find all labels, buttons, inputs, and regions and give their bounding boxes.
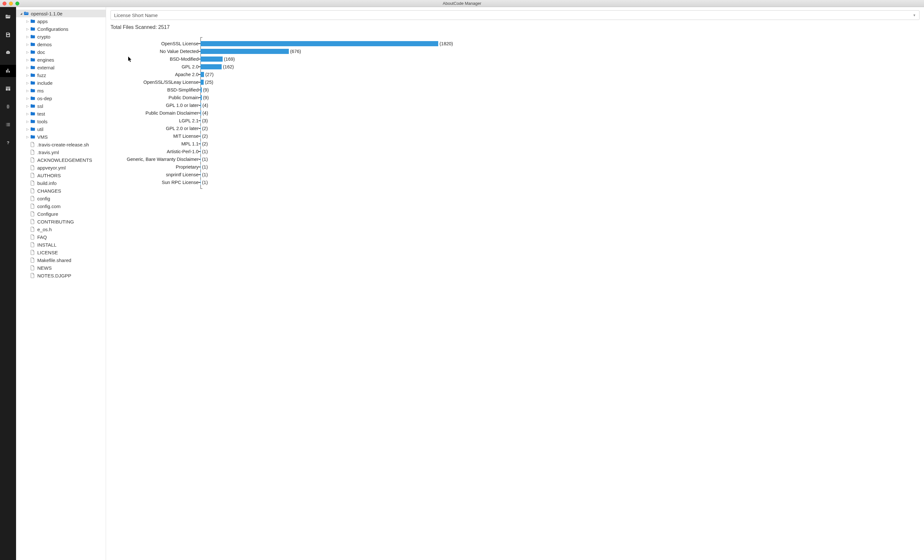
tree-folder-item[interactable]: ▷VMS (16, 133, 106, 141)
tree-folder-item[interactable]: ▷test (16, 110, 106, 118)
tree-toggle-icon[interactable]: ▷ (26, 81, 30, 85)
tree-item-label: ms (37, 88, 44, 93)
file-icon (30, 173, 35, 178)
tree-file-item[interactable]: FAQ (16, 233, 106, 241)
tree-file-item[interactable]: .travis-create-release.sh (16, 141, 106, 148)
help-button[interactable]: ? (0, 137, 16, 149)
tree-toggle-icon[interactable]: ▷ (26, 43, 30, 46)
tree-folder-item[interactable]: ▷include (16, 79, 106, 87)
tree-folder-item[interactable]: ▷fuzz (16, 71, 106, 79)
chart-bar-row: BSD-Simplified(9) (123, 86, 920, 94)
tree-toggle-icon[interactable]: ▷ (26, 112, 30, 115)
main-panel: License Short Name ▼ Total Files Scanned… (106, 7, 924, 560)
tree-item-label: LICENSE (37, 250, 58, 255)
icon-sidebar: ? (0, 7, 16, 560)
chart-category-label: GPL 2.0 (123, 64, 198, 69)
chart-bar[interactable] (201, 103, 201, 108)
code-button[interactable] (0, 101, 16, 113)
chart-bar[interactable] (201, 64, 222, 69)
tree-file-item[interactable]: AUTHORS (16, 171, 106, 179)
tree-file-item[interactable]: NEWS (16, 264, 106, 272)
tree-file-item[interactable]: LICENSE (16, 249, 106, 256)
tree-file-item[interactable]: config.com (16, 202, 106, 210)
chart-category-label: Sun RPC License (123, 180, 198, 185)
total-files-summary: Total Files Scanned: 2517 (111, 24, 920, 30)
tree-toggle-icon[interactable]: ▷ (26, 120, 30, 123)
tree-folder-item[interactable]: ▷engines (16, 56, 106, 64)
chart-bar[interactable] (201, 49, 289, 54)
tree-file-item[interactable]: Makefile.shared (16, 256, 106, 264)
tree-file-item[interactable]: .travis.yml (16, 148, 106, 156)
chart-bar[interactable] (201, 111, 201, 115)
traffic-lights (0, 1, 19, 6)
tree-folder-item[interactable]: ▷ms (16, 87, 106, 94)
chart-bar[interactable] (201, 79, 204, 85)
close-window-button[interactable] (3, 1, 6, 6)
chart-bar-row: Generic, Bare Warranty Disclaimer(1) (123, 156, 920, 163)
folder-icon (30, 50, 35, 54)
tree-folder-item[interactable]: ▷doc (16, 48, 106, 56)
tree-toggle-icon[interactable]: ◢ (19, 12, 23, 15)
tree-folder-item[interactable]: ▷Configurations (16, 25, 106, 33)
tree-toggle-icon[interactable]: ▷ (26, 35, 30, 39)
tree-item-label: .travis-create-release.sh (37, 142, 89, 147)
chart-category-label: OpenSSL/SSLeay License (123, 79, 198, 85)
tree-file-item[interactable]: INSTALL (16, 241, 106, 249)
tree-file-item[interactable]: NOTES.DJGPP (16, 272, 106, 279)
minimize-window-button[interactable] (9, 1, 13, 6)
tree-toggle-icon[interactable]: ▷ (26, 127, 30, 131)
chart-axis-tick (201, 189, 202, 189)
chart-bar-value: (1820) (440, 41, 453, 46)
chart-bar-row: BSD-Modified(169) (123, 55, 920, 63)
folder-icon (30, 81, 35, 85)
tree-file-item[interactable]: CHANGES (16, 187, 106, 195)
chart-bar[interactable] (201, 95, 202, 100)
tree-file-item[interactable]: CONTRIBUTING (16, 218, 106, 225)
tree-toggle-icon[interactable]: ▷ (26, 104, 30, 108)
tree-file-item[interactable]: e_os.h (16, 225, 106, 233)
chart-bar[interactable] (201, 41, 438, 46)
tree-toggle-icon[interactable]: ▷ (26, 135, 30, 139)
dropdown-selected-label: License Short Name (114, 12, 158, 18)
chart-bar-row: GPL 2.0(162) (123, 63, 920, 70)
tree-folder-item[interactable]: ▷demos (16, 40, 106, 48)
dashboard-button[interactable] (0, 47, 16, 59)
chart-bar[interactable] (201, 72, 204, 77)
license-attribute-dropdown[interactable]: License Short Name ▼ (111, 10, 920, 20)
tree-toggle-icon[interactable]: ▷ (26, 50, 30, 54)
tree-toggle-icon[interactable]: ▷ (26, 19, 30, 23)
bar-chart-icon (5, 68, 11, 75)
tree-file-item[interactable]: config (16, 195, 106, 202)
tree-file-item[interactable]: appveyor.yml (16, 164, 106, 171)
svg-text:?: ? (7, 140, 9, 145)
tree-folder-item[interactable]: ▷crypto (16, 33, 106, 40)
tree-file-item[interactable]: build.info (16, 179, 106, 187)
tree-file-item[interactable]: ACKNOWLEDGEMENTS (16, 156, 106, 164)
tree-toggle-icon[interactable]: ▷ (26, 66, 30, 69)
code-icon (5, 104, 11, 111)
tree-toggle-icon[interactable]: ▷ (26, 73, 30, 77)
list-button[interactable] (0, 119, 16, 131)
tree-folder-item[interactable]: ▷os-dep (16, 94, 106, 102)
tree-file-item[interactable]: Configure (16, 210, 106, 218)
bar-chart-button[interactable] (0, 65, 16, 77)
table-button[interactable] (0, 83, 16, 95)
tree-folder-item[interactable]: ▷ssl (16, 102, 106, 110)
tree-folder-item[interactable]: ▷tools (16, 118, 106, 125)
tree-toggle-icon[interactable]: ▷ (26, 89, 30, 93)
tree-toggle-icon[interactable]: ▷ (26, 97, 30, 100)
file-tree[interactable]: ◢openssl-1.1.0e▷apps▷Configurations▷cryp… (16, 7, 106, 560)
tree-toggle-icon[interactable]: ▷ (26, 58, 30, 61)
maximize-window-button[interactable] (15, 1, 19, 6)
open-folder-button[interactable] (0, 11, 16, 23)
tree-item-label: test (37, 111, 45, 117)
tree-folder-item[interactable]: ▷apps (16, 17, 106, 25)
tree-toggle-icon[interactable]: ▷ (26, 27, 30, 31)
chart-bar[interactable] (201, 57, 223, 61)
tree-folder-item[interactable]: ◢openssl-1.1.0e (16, 10, 106, 17)
tree-folder-item[interactable]: ▷external (16, 64, 106, 71)
tree-folder-item[interactable]: ▷util (16, 125, 106, 133)
chart-category-label: LGPL 2.1 (123, 118, 198, 123)
save-button[interactable] (0, 29, 16, 41)
chart-bar[interactable] (201, 87, 202, 93)
